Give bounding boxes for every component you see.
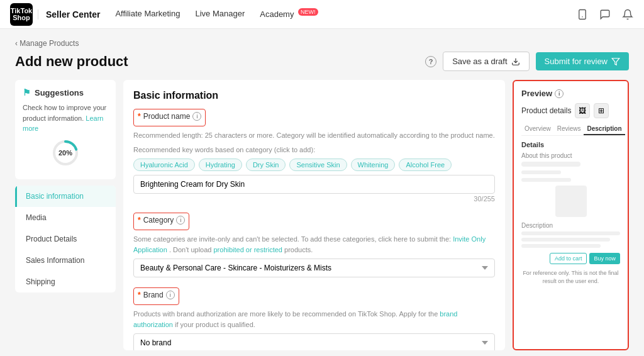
brand-select[interactable]: No brand	[133, 333, 495, 350]
preview-add-to-cart-btn[interactable]: Add to cart	[550, 253, 587, 264]
product-name-group: * Product name i Recommended length: 25 …	[133, 109, 495, 203]
left-sidebar: ⚑ Suggestions Check how to improve your …	[15, 80, 116, 350]
preview-brand-line	[521, 162, 580, 167]
preview-tab-reviews[interactable]: Reviews	[554, 123, 584, 135]
sidebar-item-shipping[interactable]: Shipping	[15, 271, 116, 292]
restricted-link[interactable]: prohibited or restricted	[214, 246, 282, 253]
new-badge: NEW!	[298, 8, 318, 16]
svg-rect-0	[579, 9, 586, 19]
nav-links: Affiliate Marketing Live Manager Academy…	[115, 6, 576, 21]
keyword-tags: Hyaluronic Acid Hydrating Dry Skin Sensi…	[133, 159, 495, 171]
preview-footer: For reference only. This is not the fina…	[521, 269, 620, 285]
preview-action-row: Add to cart Buy now	[521, 253, 620, 264]
tag-hydrating[interactable]: Hydrating	[199, 159, 242, 171]
tiktok-logo: TikTokShop	[10, 3, 33, 26]
preview-grid-btn[interactable]: ⊞	[594, 103, 609, 118]
submit-review-button[interactable]: Submit for review	[536, 52, 629, 70]
preview-details-label: Details	[521, 141, 620, 148]
preview-about-label: About this product	[521, 152, 620, 159]
save-draft-button[interactable]: Save as a draft	[443, 52, 529, 71]
preview-subtitle: Product details 🖼 ⊞	[521, 103, 620, 118]
brand-hint: Products with brand authorization are mo…	[133, 309, 495, 330]
preview-tab-description[interactable]: Description	[584, 123, 625, 135]
preview-line-2	[521, 178, 571, 182]
nav-live-manager[interactable]: Live Manager	[195, 6, 245, 21]
product-name-input[interactable]	[133, 175, 495, 194]
svg-marker-3	[612, 58, 619, 65]
chat-icon[interactable]	[599, 8, 611, 21]
preview-info-icon[interactable]: i	[555, 89, 564, 98]
brand-label: * Brand i	[135, 289, 177, 301]
product-name-info-icon[interactable]: i	[192, 112, 201, 121]
product-name-label: * Product name i	[135, 111, 204, 122]
preview-desc-line-1	[521, 231, 620, 235]
middle-content: Basic information * Product name i Recom…	[123, 80, 505, 350]
bell-icon[interactable]	[621, 8, 634, 21]
tag-dry-skin[interactable]: Dry Skin	[246, 159, 286, 171]
preview-desc-line-2	[521, 238, 610, 242]
nav-affiliate[interactable]: Affiliate Marketing	[115, 6, 180, 21]
category-group: * Category i Some categories are invite-…	[133, 213, 495, 277]
product-name-hint: Recommended length: 25 characters or mor…	[133, 130, 495, 141]
preview-desc-label: Description	[521, 222, 620, 229]
suggestions-header: ⚑ Suggestions	[23, 87, 108, 97]
sidebar-item-product-details[interactable]: Product Details	[15, 228, 116, 250]
sidebar-item-basic-info[interactable]: Basic information	[15, 186, 116, 207]
category-hint: Some categories are invite-only and can'…	[133, 234, 495, 255]
tag-whitening[interactable]: Whitening	[351, 159, 396, 171]
svg-point-1	[582, 16, 583, 18]
preview-image-btn[interactable]: 🖼	[575, 103, 590, 118]
char-count: 30/255	[133, 195, 495, 203]
sidebar-item-sales-info[interactable]: Sales Information	[15, 250, 116, 271]
nav-icon-group	[576, 8, 634, 21]
progress-circle: 20%	[52, 139, 79, 167]
suggestions-box: ⚑ Suggestions Check how to improve your …	[15, 80, 116, 179]
preview-title: Preview i	[521, 89, 620, 98]
preview-tab-recommends[interactable]: Recomme...	[625, 123, 630, 135]
preview-line-1	[521, 170, 561, 174]
preview-tabs: Overview Reviews Description Recomme...	[521, 123, 620, 136]
tag-sensitive-skin[interactable]: Sensitive Skin	[289, 159, 347, 171]
preview-tab-overview[interactable]: Overview	[521, 123, 554, 135]
sidebar-nav: Basic information Media Product Details …	[15, 186, 116, 292]
main-layout: ⚑ Suggestions Check how to improve your …	[15, 80, 629, 350]
seller-center-label: Seller Center	[38, 9, 100, 19]
brand-info-icon[interactable]: i	[166, 291, 175, 299]
help-icon[interactable]: ?	[425, 56, 436, 67]
brand-group: * Brand i Products with brand authorizat…	[133, 287, 495, 350]
preview-thumbnail	[555, 186, 587, 217]
progress-label: 20%	[58, 149, 72, 157]
tag-hyaluronic[interactable]: Hyaluronic Acid	[133, 159, 195, 171]
logo-area: TikTokShop Seller Center	[10, 3, 100, 26]
section-title-basic-info: Basic information	[133, 90, 495, 101]
sidebar-item-media[interactable]: Media	[15, 207, 116, 228]
page-title: Add new product	[15, 53, 128, 70]
flag-icon: ⚑	[23, 87, 31, 97]
tags-hint: Recommended key words based on category …	[133, 145, 495, 155]
preview-buy-now-btn[interactable]: Buy now	[589, 253, 620, 264]
suggestions-description: Check how to improve your product inform…	[23, 103, 108, 134]
page-content: Manage Products Add new product ? Save a…	[0, 29, 644, 356]
tag-alcohol-free[interactable]: Alcohol Free	[399, 159, 452, 171]
nav-academy[interactable]: Academy NEW!	[260, 6, 318, 21]
preview-panel: Preview i Product details 🖼 ⊞ Overview R…	[513, 80, 629, 350]
page-title-row: Add new product ? Save as a draft Submit…	[15, 52, 629, 71]
suggestions-title: Suggestions	[35, 88, 84, 97]
preview-desc-line-3	[521, 244, 601, 248]
category-info-icon[interactable]: i	[176, 216, 185, 225]
title-actions: ? Save as a draft Submit for review	[425, 52, 629, 71]
top-navigation: TikTokShop Seller Center Affiliate Marke…	[0, 0, 644, 29]
phone-icon[interactable]	[576, 8, 589, 21]
breadcrumb[interactable]: Manage Products	[15, 39, 629, 48]
category-select[interactable]: Beauty & Personal Care - Skincare - Mois…	[133, 259, 495, 277]
category-label: * Category i	[135, 214, 187, 226]
